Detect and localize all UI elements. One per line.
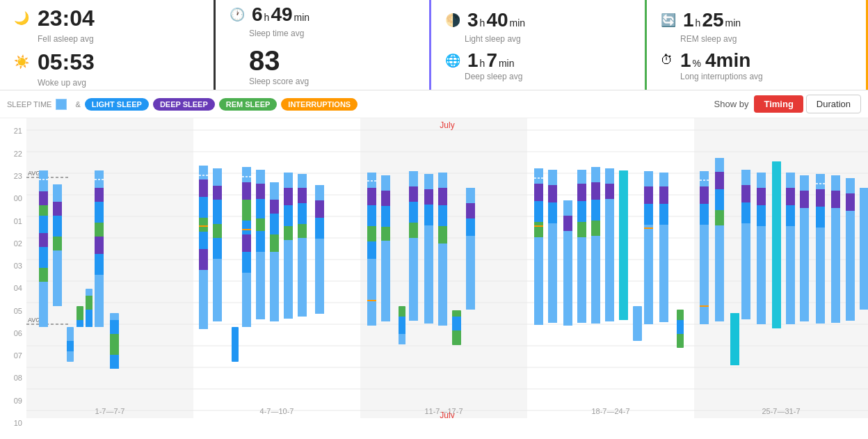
svg-text:July: July: [440, 120, 454, 130]
svg-rect-241: [816, 174, 825, 189]
svg-rect-36: [53, 184, 62, 202]
svg-rect-126: [381, 175, 390, 191]
woke-up-label: Woke up avg: [38, 78, 200, 88]
svg-rect-120: [367, 205, 376, 226]
chart-svg: July AVG AVG: [26, 118, 868, 418]
svg-rect-72: [213, 186, 222, 200]
svg-rect-251: [846, 178, 855, 193]
svg-rect-155: [466, 203, 475, 218]
svg-rect-187: [605, 168, 614, 184]
svg-rect-220: [741, 170, 750, 185]
svg-rect-234: [786, 205, 795, 226]
y-label-23: 23: [14, 172, 22, 180]
svg-rect-200: [659, 186, 668, 204]
svg-rect-147: [438, 188, 447, 205]
rem-sleep-row: 1 h 25 min: [683, 9, 742, 31]
y-label-03: 03: [14, 262, 22, 270]
svg-rect-80: [242, 182, 251, 200]
svg-rect-118: [367, 173, 376, 188]
svg-rect-26: [39, 170, 48, 191]
sleep-time-legend-label: SLEEP TIME: [7, 100, 51, 109]
svg-rect-33: [39, 282, 48, 327]
svg-rect-178: [577, 222, 586, 237]
svg-rect-215: [715, 210, 724, 225]
svg-rect-177: [577, 201, 586, 222]
svg-rect-221: [741, 185, 750, 202]
svg-text:1-7—7-7: 1-7—7-7: [95, 407, 125, 415]
svg-rect-201: [659, 204, 668, 225]
svg-rect-103: [284, 205, 293, 226]
svg-rect-1: [26, 118, 193, 418]
svg-rect-248: [831, 191, 840, 208]
controls-bar: SLEEP TIME & LIGHT SLEEP DEEP SLEEP REM …: [0, 90, 868, 118]
svg-rect-29: [39, 216, 48, 233]
show-by-label: Show by: [714, 99, 749, 109]
sleep-time-box: [56, 99, 70, 110]
light-sleep-chip[interactable]: LIGHT SLEEP: [85, 98, 149, 111]
svg-rect-216: [715, 225, 724, 321]
svg-rect-74: [213, 224, 222, 238]
timing-button[interactable]: Timing: [754, 95, 803, 113]
svg-rect-111: [298, 238, 307, 317]
svg-rect-60: [110, 355, 119, 369]
svg-rect-39: [53, 237, 62, 250]
woke-up-row: ☀️ 05:53: [14, 49, 200, 75]
rem-sleep-chip[interactable]: REM SLEEP: [219, 98, 278, 111]
y-axis: 21 22 23 00 01 02 03 04 05 06 07 08 09 1…: [0, 118, 26, 439]
svg-rect-102: [284, 188, 293, 205]
svg-rect-116: [315, 239, 324, 314]
y-label-08: 08: [14, 374, 22, 382]
svg-rect-28: [39, 205, 48, 216]
svg-rect-169: [548, 223, 557, 323]
svg-rect-73: [213, 200, 222, 224]
svg-rect-195: [644, 186, 653, 204]
svg-rect-213: [715, 172, 724, 189]
sleep-time-color: [56, 99, 67, 110]
svg-rect-141: [424, 174, 433, 189]
sleep-timing-section: 🌙 23:04 Fell asleep avg ☀️ 05:53 Woke up…: [0, 0, 216, 90]
svg-rect-255: [860, 188, 868, 203]
svg-rect-168: [548, 202, 557, 223]
half-circle-icon: 🌗: [445, 13, 460, 28]
svg-rect-109: [298, 203, 307, 224]
svg-rect-227: [757, 205, 766, 226]
svg-rect-181: [591, 167, 600, 182]
svg-rect-161: [534, 201, 543, 222]
svg-rect-166: [548, 170, 557, 185]
svg-rect-52: [95, 223, 104, 237]
svg-rect-64: [199, 197, 208, 218]
svg-rect-176: [577, 184, 586, 201]
svg-text:AVG: AVG: [28, 170, 40, 177]
y-label-01: 01: [14, 217, 22, 225]
svg-rect-138: [409, 223, 418, 238]
light-deep-section: 🌗 3 h 40 min Light sleep avg 🌐 1 h 7 min…: [431, 0, 647, 90]
svg-rect-204: [677, 320, 684, 334]
svg-rect-159: [534, 168, 543, 184]
svg-rect-184: [591, 221, 600, 236]
svg-rect-47: [86, 310, 93, 327]
svg-rect-82: [242, 221, 251, 234]
y-label-09: 09: [14, 397, 22, 405]
svg-rect-183: [591, 200, 600, 221]
svg-rect-113: [315, 185, 324, 200]
svg-rect-256: [860, 203, 868, 310]
svg-rect-122: [367, 241, 376, 259]
svg-rect-99: [270, 252, 279, 321]
light-sleep-label: Light sleep avg: [445, 34, 631, 44]
svg-rect-149: [438, 226, 447, 244]
sleep-time-row: 6 h 49 min: [252, 3, 311, 26]
stats-header: 🌙 23:04 Fell asleep avg ☀️ 05:53 Woke up…: [0, 0, 868, 90]
svg-rect-202: [659, 225, 668, 322]
svg-rect-252: [846, 193, 855, 211]
svg-rect-59: [110, 334, 119, 355]
svg-rect-208: [700, 204, 709, 225]
deep-sleep-chip[interactable]: DEEP SLEEP: [153, 98, 215, 111]
svg-rect-247: [831, 175, 840, 191]
interruptions-chip[interactable]: INTERRUPTIONS: [281, 98, 357, 111]
deep-sleep-row: 1 h 7 min: [467, 49, 516, 72]
svg-rect-91: [256, 218, 265, 231]
duration-button[interactable]: Duration: [806, 95, 861, 113]
svg-rect-130: [381, 241, 390, 321]
svg-rect-172: [563, 216, 572, 231]
svg-rect-54: [95, 254, 104, 275]
